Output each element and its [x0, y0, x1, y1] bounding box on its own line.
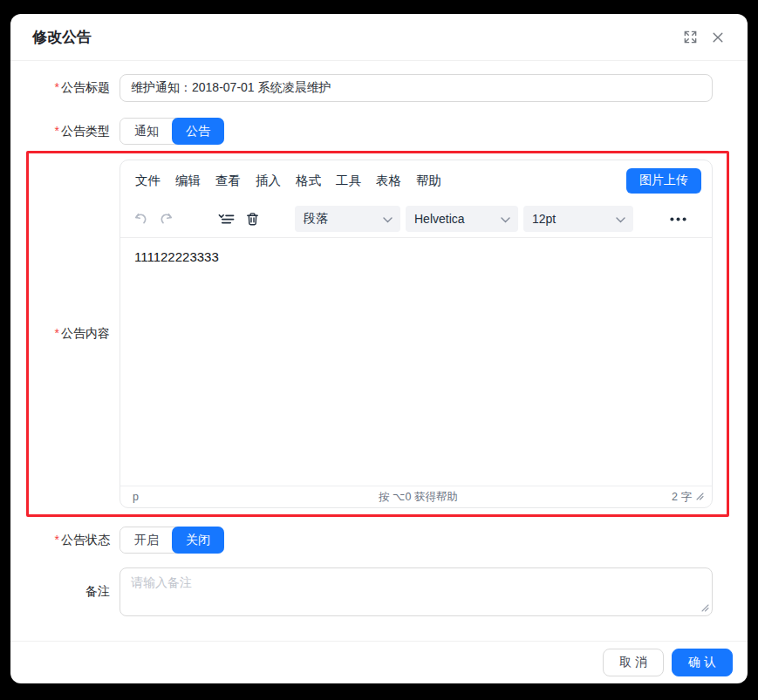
editor-menu-items: 文件 编辑 查看 插入 格式 工具 表格 帮助	[135, 173, 626, 189]
editor-content-area[interactable]: 111122223333	[120, 238, 712, 486]
title-field	[120, 74, 713, 102]
content-label: *公告内容	[29, 326, 110, 342]
chevron-down-icon	[616, 212, 625, 226]
content-label-text: 公告内容	[61, 326, 110, 340]
required-asterisk: *	[55, 533, 59, 547]
editor-menu-bar: 文件 编辑 查看 插入 格式 工具 表格 帮助 图片上传	[120, 160, 712, 200]
redo-icon[interactable]	[154, 206, 180, 232]
fullscreen-icon[interactable]	[683, 30, 698, 44]
paragraph-format-select[interactable]: 段落	[295, 206, 400, 232]
resize-grip-icon[interactable]	[701, 604, 709, 612]
status-option-on[interactable]: 开启	[120, 527, 173, 553]
title-label-text: 公告标题	[61, 80, 110, 94]
type-field: 通知 公告	[120, 118, 224, 145]
required-asterisk: *	[55, 326, 59, 340]
type-option-notice[interactable]: 通知	[120, 119, 173, 144]
font-size-select[interactable]: 12pt	[523, 206, 633, 232]
list-options-icon[interactable]	[213, 206, 239, 232]
status-segmented-control: 开启 关闭	[120, 527, 224, 554]
title-label: *公告标题	[10, 80, 110, 96]
type-row: *公告类型 通知 公告	[10, 118, 748, 145]
status-row: *公告状态 开启 关闭	[10, 527, 748, 554]
help-shortcut-text: 按 ⌥0 获得帮助	[379, 490, 458, 505]
undo-icon[interactable]	[127, 206, 154, 232]
remark-input[interactable]	[120, 567, 713, 616]
required-asterisk: *	[55, 80, 59, 94]
resize-grip-icon[interactable]	[696, 491, 704, 503]
page-title: 修改公告	[32, 27, 683, 47]
menu-item-file[interactable]: 文件	[135, 173, 160, 189]
title-input[interactable]	[120, 74, 713, 102]
content-highlight-box: *公告内容 文件 编辑 查看 插入 格式 工具 表格 帮助 图片上传	[26, 151, 729, 517]
modal-footer: 取 消 确 认	[10, 641, 748, 683]
edit-announcement-modal: 修改公告 *公告标题 *公告类型	[10, 14, 748, 683]
chevron-down-icon	[501, 212, 510, 226]
status-field: 开启 关闭	[120, 527, 224, 554]
confirm-button[interactable]: 确 认	[672, 649, 733, 676]
image-upload-button[interactable]: 图片上传	[626, 168, 701, 194]
menu-item-tools[interactable]: 工具	[336, 173, 361, 189]
menu-item-help[interactable]: 帮助	[416, 173, 441, 189]
status-label-text: 公告状态	[61, 533, 110, 547]
header-icons	[683, 30, 725, 44]
editor-paragraph: 111122223333	[134, 249, 698, 264]
remark-label-text: 备注	[85, 584, 110, 598]
status-label: *公告状态	[10, 533, 110, 548]
paragraph-format-value: 段落	[304, 211, 328, 227]
type-segmented-control: 通知 公告	[120, 118, 224, 145]
type-label: *公告类型	[10, 124, 110, 139]
menu-item-edit[interactable]: 编辑	[175, 173, 201, 189]
remark-label: 备注	[10, 584, 110, 600]
chevron-down-icon	[383, 212, 393, 226]
element-path[interactable]: p	[133, 491, 379, 503]
modal-header: 修改公告	[10, 14, 748, 61]
font-family-select[interactable]: Helvetica	[406, 206, 518, 232]
menu-item-view[interactable]: 查看	[215, 173, 241, 189]
menu-item-insert[interactable]: 插入	[256, 173, 281, 189]
title-row: *公告标题	[10, 74, 748, 102]
type-label-text: 公告类型	[61, 124, 110, 138]
more-toolbar-options-icon[interactable]	[665, 206, 691, 232]
menu-item-table[interactable]: 表格	[376, 173, 401, 189]
required-asterisk: *	[55, 124, 59, 138]
remark-field	[120, 567, 713, 616]
word-count: 2 字	[672, 490, 692, 505]
cancel-button[interactable]: 取 消	[603, 649, 664, 676]
close-icon[interactable]	[711, 31, 725, 44]
menu-item-format[interactable]: 格式	[296, 173, 321, 189]
editor-status-bar: p 按 ⌥0 获得帮助 2 字	[120, 486, 712, 507]
rich-text-editor: 文件 编辑 查看 插入 格式 工具 表格 帮助 图片上传	[120, 160, 713, 508]
type-option-announcement[interactable]: 公告	[172, 118, 224, 145]
remark-row: 备注	[10, 567, 748, 616]
trash-icon[interactable]	[239, 206, 265, 232]
editor-toolbar: 段落 Helvetica 12pt	[120, 200, 712, 238]
status-option-off[interactable]: 关闭	[172, 527, 224, 554]
font-size-value: 12pt	[532, 212, 556, 226]
font-family-value: Helvetica	[414, 212, 465, 226]
